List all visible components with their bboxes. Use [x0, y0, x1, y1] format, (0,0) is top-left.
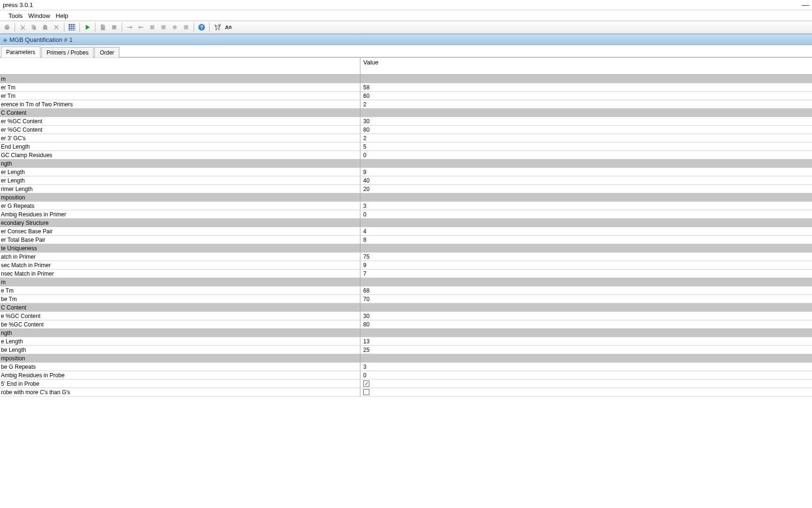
- parameter-value[interactable]: 0: [360, 210, 812, 218]
- parameter-value[interactable]: 9: [360, 261, 812, 269]
- grid-icon[interactable]: [67, 22, 77, 32]
- checkbox[interactable]: ✓: [363, 381, 369, 387]
- parameter-label: 5' End in Probe: [0, 380, 360, 388]
- parameter-value[interactable]: 2: [360, 134, 812, 142]
- parameter-value: [360, 109, 812, 117]
- help-icon[interactable]: ?: [196, 22, 207, 32]
- table-header-row: Value: [0, 58, 812, 75]
- delete-icon[interactable]: [51, 22, 62, 32]
- parameter-value: [360, 75, 812, 83]
- parameter-label: er %GC Content: [0, 126, 360, 134]
- parameter-row: er Tm58: [0, 83, 812, 92]
- parameter-value: [360, 303, 812, 311]
- parameter-label: robe with more C's than G's: [0, 388, 360, 396]
- document-title: MGB Quantification # 1: [9, 36, 72, 43]
- tool-j-icon[interactable]: [158, 22, 169, 32]
- parameter-row: er Tm60: [0, 92, 812, 100]
- parameter-row: er G Repeats3: [0, 202, 812, 210]
- menu-item-help[interactable]: Help: [56, 12, 69, 19]
- section-row: mposition: [0, 193, 812, 202]
- svg-rect-5: [184, 25, 188, 30]
- checkbox[interactable]: [363, 389, 369, 395]
- parameter-label: be Length: [0, 346, 360, 354]
- parameter-label: be %GC Content: [0, 320, 360, 328]
- arrow-right-icon[interactable]: [125, 22, 135, 32]
- cart-icon[interactable]: [212, 22, 222, 32]
- parameter-value: [360, 159, 812, 167]
- arrow-left-icon[interactable]: [136, 22, 146, 32]
- parameter-value[interactable]: 9: [360, 168, 812, 176]
- parameter-value[interactable]: 80: [360, 320, 812, 328]
- parameter-label: C Content: [0, 109, 360, 117]
- parameter-value: [360, 244, 812, 252]
- parameter-value[interactable]: 3: [360, 363, 812, 371]
- print-icon[interactable]: [2, 22, 12, 32]
- parameter-label: sec Match in Primer: [0, 261, 360, 269]
- tab-parameters[interactable]: Parameters: [1, 47, 40, 57]
- parameter-label: erence in Tm of Two Primers: [0, 100, 360, 108]
- parameter-label: er 3' GC's: [0, 134, 360, 142]
- parameter-value[interactable]: [360, 388, 812, 396]
- tab-primers-probes[interactable]: Primers / Probes: [41, 47, 94, 57]
- window-controls: —: [802, 1, 809, 9]
- menu-item-tools[interactable]: Tools: [8, 12, 23, 19]
- parameter-value[interactable]: 8: [360, 236, 812, 244]
- parameter-value[interactable]: 40: [360, 176, 812, 184]
- paste-icon[interactable]: [40, 22, 50, 32]
- parameter-label: ngth: [0, 329, 360, 337]
- column-header-name: [0, 58, 360, 74]
- run-icon[interactable]: [82, 22, 93, 32]
- menu-item-window[interactable]: Window: [28, 12, 50, 19]
- document-icon[interactable]: [98, 22, 108, 32]
- parameter-value[interactable]: 58: [360, 83, 812, 91]
- minimize-icon[interactable]: —: [802, 1, 809, 9]
- parameter-value[interactable]: 4: [360, 227, 812, 235]
- parameter-value[interactable]: 75: [360, 253, 812, 261]
- parameter-value[interactable]: 3: [360, 202, 812, 210]
- parameter-value[interactable]: 5: [360, 143, 812, 151]
- parameter-row: be %GC Content80: [0, 320, 812, 329]
- parameter-row: e Length13: [0, 337, 812, 346]
- parameter-value[interactable]: 7: [360, 270, 812, 278]
- section-row: econdary Structure: [0, 219, 812, 227]
- parameter-label: te Uniqueness: [0, 244, 360, 252]
- parameter-value[interactable]: 2: [360, 100, 812, 108]
- parameter-value[interactable]: 30: [360, 117, 812, 125]
- parameter-row: GC Clamp Residues0: [0, 151, 812, 159]
- parameter-value[interactable]: 80: [360, 126, 812, 134]
- parameter-value: [360, 329, 812, 337]
- parameter-row: Ambig Residues in Primer0: [0, 210, 812, 219]
- svg-point-8: [216, 29, 217, 30]
- parameter-value[interactable]: 70: [360, 295, 812, 303]
- parameter-value[interactable]: 0: [360, 151, 812, 159]
- parameter-row: nsec Match in Primer7: [0, 270, 812, 278]
- parameter-row: robe with more C's than G's: [0, 388, 812, 397]
- parameter-value[interactable]: 68: [360, 286, 812, 294]
- section-row: m: [0, 278, 812, 286]
- ab-icon[interactable]: AB: [223, 22, 234, 32]
- section-row: ngth: [0, 159, 812, 168]
- menu-bar: Tools Window Help: [0, 10, 812, 21]
- parameter-label: er Length: [0, 176, 360, 184]
- svg-rect-2: [150, 25, 155, 30]
- tab-order[interactable]: Order: [94, 47, 119, 57]
- parameter-value[interactable]: 60: [360, 92, 812, 100]
- copy-icon[interactable]: [29, 22, 39, 32]
- parameter-value[interactable]: 30: [360, 312, 812, 320]
- parameter-label: er Total Base Pair: [0, 236, 360, 244]
- tool-gear-icon[interactable]: [170, 22, 180, 32]
- parameter-value[interactable]: 25: [360, 346, 812, 354]
- parameter-label: m: [0, 75, 360, 83]
- parameter-value[interactable]: ✓: [360, 380, 812, 388]
- stop-icon[interactable]: [109, 22, 119, 32]
- tool-text-icon[interactable]: [181, 22, 191, 32]
- parameter-value[interactable]: 0: [360, 371, 812, 379]
- parameter-value[interactable]: 20: [360, 185, 812, 193]
- parameter-label: e %GC Content: [0, 312, 360, 320]
- parameter-row: erence in Tm of Two Primers2: [0, 100, 812, 109]
- parameter-value[interactable]: 13: [360, 337, 812, 345]
- parameter-label: er Tm: [0, 83, 360, 91]
- cut-icon[interactable]: [17, 22, 28, 32]
- tool-square-icon[interactable]: [147, 22, 157, 32]
- svg-rect-1: [112, 25, 117, 30]
